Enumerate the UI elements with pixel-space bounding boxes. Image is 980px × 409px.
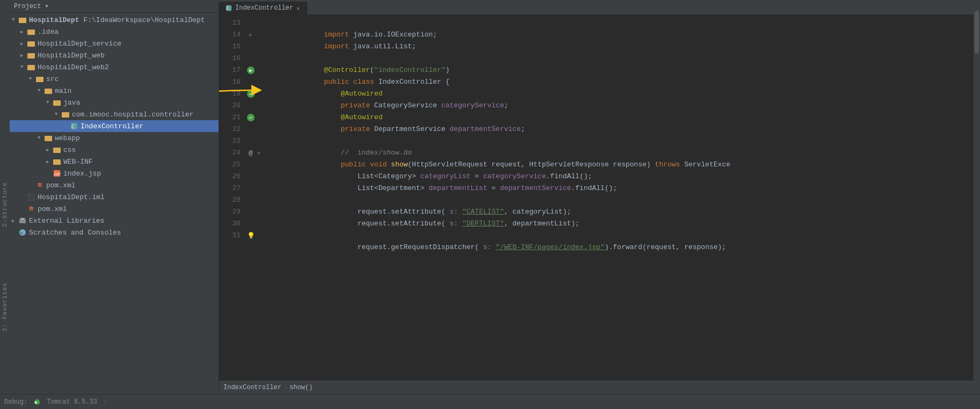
fold-26 bbox=[257, 171, 263, 182]
tree-item-src[interactable]: ▼ src bbox=[10, 73, 219, 85]
tree-item-idea[interactable]: ▶ .idea bbox=[10, 26, 219, 38]
folder-web-icon bbox=[27, 51, 35, 60]
extlib-icon bbox=[18, 216, 27, 225]
fold-24 bbox=[257, 147, 263, 159]
gutter-27 bbox=[245, 182, 257, 194]
tree-item-scratches[interactable]: ✎ Scratches and Consoles bbox=[10, 227, 219, 238]
folder-web2-icon bbox=[27, 63, 35, 71]
maven-icon-2: m bbox=[27, 204, 35, 213]
svg-rect-4 bbox=[27, 53, 35, 59]
tree-item-css[interactable]: ▶ css bbox=[10, 144, 219, 156]
svg-text:✎: ✎ bbox=[20, 231, 23, 236]
arrow-root: ▼ bbox=[12, 17, 18, 23]
gutter-22 bbox=[245, 123, 257, 135]
code-line-23: // index/show.do bbox=[265, 135, 974, 147]
tree-item-extlib[interactable]: ▶ External Libraries bbox=[10, 215, 219, 227]
favorites-tab[interactable]: 2: Favorites bbox=[0, 279, 10, 334]
gutter-23 bbox=[245, 135, 257, 147]
tree-item-main[interactable]: ▼ main bbox=[10, 85, 219, 97]
fold-29 bbox=[257, 206, 263, 218]
z-structure-tab[interactable]: Z-Structure bbox=[0, 179, 10, 230]
tree-item-index-controller[interactable]: C IndexController bbox=[10, 120, 219, 132]
arrow-service: ▶ bbox=[20, 41, 27, 47]
arrow-scratches bbox=[12, 230, 18, 235]
gutter-25 bbox=[245, 159, 257, 171]
gutter: ▶ ↩ ↩ @ bbox=[245, 15, 257, 380]
breadcrumb-file: IndexController bbox=[223, 384, 281, 391]
ln-23: 23 bbox=[219, 135, 241, 147]
tree-container[interactable]: ▼ HospitalDept F:\IdeaWorkspace\Hospital… bbox=[10, 13, 219, 394]
maven-icon-1: m bbox=[35, 181, 44, 189]
code-container[interactable]: 13 14 15 16 17 18 19 20 21 22 23 24 25 2… bbox=[219, 15, 974, 380]
tab-close[interactable]: ✕ bbox=[296, 5, 300, 12]
fold-13 bbox=[257, 17, 263, 29]
svg-rect-6 bbox=[36, 77, 43, 82]
folder-css-icon bbox=[53, 145, 61, 154]
gutter-15 bbox=[245, 41, 257, 53]
tree-label-web: HospitalDept_web bbox=[38, 52, 105, 60]
folder-webapp-icon bbox=[44, 134, 53, 142]
tree-item-pomxml2[interactable]: m pom.xml bbox=[10, 203, 219, 215]
ln-27: 27 bbox=[219, 182, 241, 194]
tree-item-controller-pkg[interactable]: ▼ com.imooc.hospital.controller bbox=[10, 108, 219, 120]
tree-item-webinf[interactable]: ▶ WEB-INF bbox=[10, 156, 219, 167]
gutter-20 bbox=[245, 100, 257, 112]
tree-item-root[interactable]: ▼ HospitalDept F:\IdeaWorkspace\Hospital… bbox=[10, 14, 219, 26]
tree-label-webapp: webapp bbox=[55, 134, 80, 142]
tree-label-iml: HospitalDept.iml bbox=[38, 193, 105, 201]
tree-item-indexjsp[interactable]: JSP index.jsp bbox=[10, 167, 219, 179]
svg-rect-5 bbox=[27, 65, 35, 70]
project-panel-header: Project ▾ bbox=[10, 0, 219, 13]
code-content[interactable]: import java.io.IOException; import java.… bbox=[263, 15, 974, 380]
bulb-icon-31[interactable]: 💡 bbox=[247, 232, 255, 240]
svg-rect-14 bbox=[53, 159, 61, 165]
project-panel: Project ▾ ▼ HospitalDept F:\IdeaWorkspac… bbox=[10, 0, 219, 394]
tree-item-web2[interactable]: ▼ HospitalDept_web2 bbox=[10, 61, 219, 73]
bug-icon: ▶ bbox=[34, 399, 40, 405]
fold-30 bbox=[257, 218, 263, 230]
tree-item-service[interactable]: ▶ HospitalDept_service bbox=[10, 38, 219, 49]
tree-label-web2: HospitalDept_web2 bbox=[38, 63, 109, 71]
gutter-29 bbox=[245, 206, 257, 218]
project-header-label: Project ▾ bbox=[14, 2, 49, 10]
tomcat-label: Tomcat 8.5.33 bbox=[47, 398, 97, 406]
gutter-31: 💡 bbox=[245, 230, 257, 242]
ln-14: 14 bbox=[219, 29, 241, 41]
tree-label-webinf: WEB-INF bbox=[63, 158, 93, 166]
run-icon-17[interactable]: ▶ bbox=[247, 67, 255, 74]
svg-rect-13 bbox=[53, 148, 61, 153]
navigate-icon-21[interactable]: ↩ bbox=[247, 114, 255, 121]
fold-gutter bbox=[257, 15, 263, 380]
gutter-30 bbox=[245, 218, 257, 230]
gutter-24: @ bbox=[245, 147, 257, 159]
folder-service-icon bbox=[27, 39, 35, 48]
tree-item-iml[interactable]: ⬛ HospitalDept.iml bbox=[10, 191, 219, 203]
breadcrumb-separator: › bbox=[284, 384, 287, 391]
tree-item-java[interactable]: ▼ java bbox=[10, 97, 219, 108]
ln-22: 22 bbox=[219, 123, 241, 135]
fold-31 bbox=[257, 230, 263, 242]
tree-item-web[interactable]: ▶ HospitalDept_web bbox=[10, 49, 219, 61]
editor-tab-indexcontroller[interactable]: C IndexController ✕ bbox=[219, 2, 307, 14]
scrollbar-thumb[interactable] bbox=[975, 11, 979, 54]
ln-15: 15 bbox=[219, 41, 241, 53]
tree-label-extlib: External Libraries bbox=[29, 217, 104, 225]
tree-item-webapp[interactable]: ▼ webapp bbox=[10, 132, 219, 144]
navigate-icon-19[interactable]: ↩ bbox=[247, 90, 255, 98]
fold-15 bbox=[257, 41, 263, 53]
tree-item-pomxml1[interactable]: m pom.xml bbox=[10, 179, 219, 191]
svg-rect-3 bbox=[27, 41, 35, 47]
svg-marker-23 bbox=[249, 33, 252, 36]
tree-label-pomxml1: pom.xml bbox=[46, 181, 76, 189]
arrow-webapp: ▼ bbox=[38, 135, 44, 141]
tree-label-idea: .idea bbox=[38, 28, 59, 36]
ln-31: 31 bbox=[219, 230, 241, 242]
breadcrumb-bar: IndexController › show() bbox=[219, 380, 974, 394]
fold-17 bbox=[257, 64, 263, 76]
arrow-css: ▶ bbox=[46, 147, 53, 153]
tree-label-service: HospitalDept_service bbox=[38, 40, 121, 48]
breadcrumb-method: show() bbox=[289, 384, 313, 391]
svg-rect-12 bbox=[45, 136, 52, 141]
gutter-18 bbox=[245, 76, 257, 88]
fold-18 bbox=[257, 76, 263, 88]
